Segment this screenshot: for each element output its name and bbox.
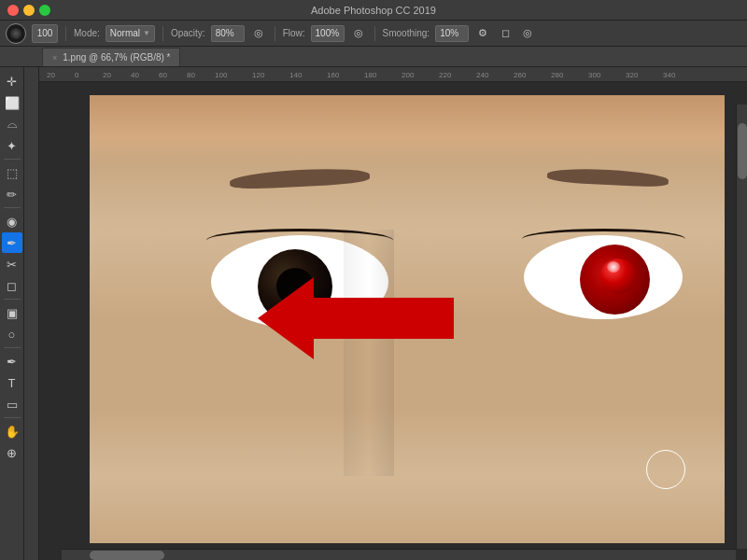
opacity-toggle[interactable]: ◎ (250, 25, 267, 42)
opacity-value[interactable]: 80% (211, 25, 245, 42)
minimize-button[interactable] (23, 5, 35, 16)
right-eyebrow (547, 167, 669, 189)
rect-marquee-tool[interactable]: ⬜ (2, 92, 22, 113)
ruler-num-12: 200 (402, 71, 414, 79)
traffic-lights (7, 5, 50, 16)
flow-value[interactable]: 100% (311, 25, 345, 42)
zoom-tool[interactable]: ⊕ (2, 442, 22, 463)
pen-tool[interactable]: ✒ (2, 351, 22, 371)
red-arrow (258, 277, 454, 359)
tab-bar: × 1.png @ 66,7% (RGB/8) * (0, 47, 747, 67)
separator-2 (162, 26, 163, 41)
lasso-tool[interactable]: ⌓ (2, 114, 22, 134)
brush-size-box[interactable]: 100 (32, 24, 58, 43)
shape-tool[interactable]: ▭ (2, 394, 22, 414)
dodge-tool[interactable]: ○ (2, 324, 22, 344)
ruler-num-18: 320 (626, 71, 638, 79)
scrollbar-horizontal[interactable] (62, 549, 736, 560)
tool-separator-2 (4, 207, 21, 208)
left-eyebrow (230, 166, 371, 190)
ruler-num-1: 20 (47, 71, 55, 79)
ruler-num-13: 220 (439, 71, 451, 79)
ruler-top: 20 0 20 40 60 80 100 120 140 160 180 200… (39, 67, 747, 82)
tool-separator-1 (4, 159, 21, 160)
opacity-label: Opacity: (171, 28, 205, 38)
ruler-num-6: 80 (187, 71, 195, 79)
move-tool[interactable]: ✛ (2, 71, 22, 91)
flow-label: Flow: (283, 28, 305, 38)
title-bar: Adobe Photoshop CC 2019 (0, 0, 747, 21)
red-eye-highlight (607, 261, 620, 273)
ruler-tick-container: 20 0 20 40 60 80 100 120 140 160 180 200… (39, 67, 747, 81)
document-tab[interactable]: × 1.png @ 66,7% (RGB/8) * (42, 48, 180, 66)
ruler-num-4: 40 (131, 71, 139, 79)
right-eye-region (500, 151, 687, 338)
scrollbar-vertical[interactable] (736, 105, 747, 549)
smoothing-settings[interactable]: ⚙ (474, 25, 491, 42)
mode-value: Normal (110, 28, 140, 38)
app-title: Adobe Photoshop CC 2019 (311, 5, 436, 16)
brush-preview[interactable] (6, 23, 26, 44)
tab-filename: 1.png @ 66,7% (RGB/8) * (63, 52, 170, 63)
extra-option-2[interactable]: ◎ (519, 25, 536, 42)
brush-dot (10, 28, 21, 39)
spot-heal-tool[interactable]: ◉ (2, 211, 22, 231)
tab-close[interactable]: × (52, 53, 57, 63)
ruler-num-9: 140 (289, 71, 302, 79)
clone-stamp-tool[interactable]: ✂ (2, 254, 22, 274)
arrow-head (258, 277, 314, 359)
mode-dropdown-arrow: ▼ (143, 29, 150, 37)
extra-option-1[interactable]: ◻ (497, 25, 514, 42)
close-button[interactable] (7, 5, 19, 16)
ruler-num-19: 340 (663, 71, 675, 79)
ruler-num-17: 300 (588, 71, 600, 79)
magic-wand-tool[interactable]: ✦ (2, 135, 22, 156)
canvas-content[interactable] (90, 95, 725, 543)
scroll-thumb-vertical[interactable] (738, 123, 747, 179)
hand-tool[interactable]: ✋ (2, 421, 22, 441)
type-tool[interactable]: T (2, 372, 22, 393)
canvas-document[interactable] (43, 86, 747, 560)
smoothing-value[interactable]: 10% (435, 25, 469, 42)
mode-label: Mode: (74, 28, 100, 38)
gradient-tool[interactable]: ▣ (2, 302, 22, 323)
arrow-body (314, 298, 454, 339)
tool-separator-5 (4, 417, 21, 418)
tool-separator-3 (4, 299, 21, 300)
separator-4 (374, 26, 375, 41)
mode-dropdown[interactable]: Normal ▼ (106, 25, 155, 42)
ruler-num-5: 60 (159, 71, 167, 79)
ruler-num-11: 180 (364, 71, 376, 79)
flow-toggle[interactable]: ◎ (350, 25, 367, 42)
eraser-tool[interactable]: ◻ (2, 275, 22, 296)
ruler-num-8: 120 (252, 71, 264, 79)
maximize-button[interactable] (39, 5, 50, 16)
scroll-thumb-horizontal[interactable] (90, 551, 164, 560)
ruler-num-2: 0 (75, 71, 78, 79)
left-toolbar: ✛ ⬜ ⌓ ✦ ⬚ ✏ ◉ ✒ ✂ ◻ ▣ ○ ✒ T ▭ ✋ ⊕ (0, 67, 24, 560)
ruler-num-3: 20 (103, 71, 111, 79)
smoothing-label: Smoothing: (383, 28, 430, 38)
main-area: ✛ ⬜ ⌓ ✦ ⬚ ✏ ◉ ✒ ✂ ◻ ▣ ○ ✒ T ▭ ✋ ⊕ 20 0 2… (0, 67, 747, 560)
separator-1 (65, 26, 66, 41)
eyedropper-tool[interactable]: ✏ (2, 184, 22, 204)
ruler-num-10: 160 (327, 71, 339, 79)
tool-separator-4 (4, 347, 21, 348)
ruler-num-16: 280 (551, 71, 563, 79)
options-bar: 100 Mode: Normal ▼ Opacity: 80% ◎ Flow: … (0, 21, 747, 47)
canvas-area[interactable]: 20 0 20 40 60 80 100 120 140 160 180 200… (24, 67, 747, 560)
brush-tool[interactable]: ✒ (2, 232, 22, 253)
crop-tool[interactable]: ⬚ (2, 162, 22, 183)
ruler-left (24, 67, 39, 560)
separator-3 (275, 26, 275, 41)
ruler-num-14: 240 (476, 71, 488, 79)
ruler-num-15: 260 (514, 71, 526, 79)
ruler-num-7: 100 (215, 71, 227, 79)
